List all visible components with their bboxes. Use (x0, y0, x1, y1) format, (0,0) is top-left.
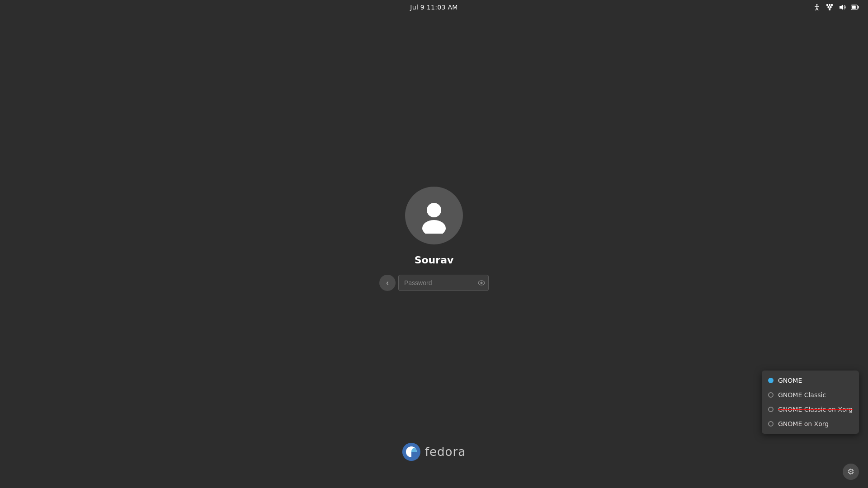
session-radio-gnome (768, 378, 774, 383)
username-label: Sourav (415, 254, 454, 266)
session-item-gnome-xorg[interactable]: GNOME on Xorg (762, 417, 859, 431)
svg-line-3 (816, 8, 817, 10)
svg-rect-19 (858, 6, 859, 8)
session-label-gnome-classic: GNOME Classic (778, 391, 826, 399)
session-radio-gnome-classic-xorg (768, 407, 774, 412)
svg-line-13 (830, 6, 831, 6)
clock: Jul 9 11:03 AM (410, 4, 458, 11)
top-bar-icons (813, 0, 859, 14)
svg-rect-7 (831, 4, 833, 6)
volume-icon[interactable] (838, 3, 846, 11)
svg-line-11 (827, 6, 829, 6)
svg-rect-20 (852, 5, 856, 9)
accessibility-icon[interactable] (813, 3, 821, 11)
svg-rect-10 (829, 9, 830, 10)
session-item-gnome[interactable]: GNOME (762, 373, 859, 388)
login-center: Sourav ‹ (379, 187, 489, 291)
avatar (405, 187, 463, 244)
session-radio-gnome-classic (768, 392, 774, 398)
svg-line-14 (831, 6, 832, 6)
battery-icon[interactable] (851, 3, 859, 11)
svg-rect-8 (828, 6, 830, 8)
svg-line-15 (829, 8, 830, 9)
svg-rect-6 (829, 4, 830, 6)
svg-rect-9 (830, 6, 832, 8)
svg-point-21 (427, 203, 441, 217)
fedora-logo: fedora (402, 443, 466, 461)
password-input[interactable] (398, 275, 489, 291)
svg-rect-5 (826, 4, 828, 6)
gear-icon: ⚙ (847, 467, 854, 477)
network-icon[interactable] (826, 3, 834, 11)
session-label-gnome: GNOME (778, 377, 802, 384)
back-button[interactable]: ‹ (379, 275, 396, 291)
session-item-gnome-classic[interactable]: GNOME Classic (762, 388, 859, 402)
svg-point-0 (816, 4, 818, 5)
session-radio-gnome-xorg (768, 421, 774, 427)
svg-line-4 (817, 8, 818, 10)
session-dropdown: GNOME GNOME Classic GNOME Classic on Xor… (762, 371, 859, 434)
svg-marker-17 (840, 5, 843, 10)
svg-line-16 (830, 8, 831, 9)
svg-point-24 (481, 282, 483, 284)
svg-line-12 (829, 6, 830, 6)
settings-button[interactable]: ⚙ (843, 464, 859, 480)
password-visibility-toggle[interactable] (478, 280, 485, 286)
session-label-gnome-classic-xorg: GNOME Classic on Xorg (778, 406, 853, 413)
session-item-gnome-classic-xorg[interactable]: GNOME Classic on Xorg (762, 402, 859, 417)
svg-point-22 (422, 220, 446, 234)
fedora-text: fedora (425, 445, 466, 459)
password-row: ‹ (379, 275, 489, 291)
session-label-gnome-xorg: GNOME on Xorg (778, 420, 829, 427)
password-input-wrapper (398, 275, 489, 291)
top-bar: Jul 9 11:03 AM (0, 0, 868, 14)
